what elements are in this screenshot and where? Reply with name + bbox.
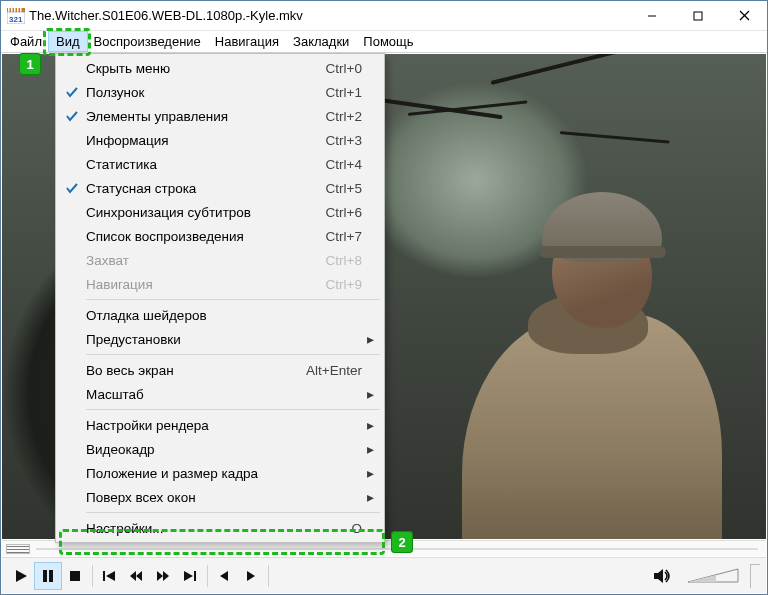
menu-separator (86, 354, 380, 355)
menu-item-shortcut: Alt+Enter (306, 363, 362, 378)
minimize-button[interactable] (629, 1, 675, 31)
menu-item-label: Положение и размер кадра (84, 466, 362, 481)
toolbar-separator (207, 565, 208, 587)
play-button[interactable] (8, 563, 34, 589)
step-back-button[interactable] (211, 563, 237, 589)
svg-marker-18 (130, 571, 136, 581)
menu-item-label: Настройки... (84, 521, 339, 536)
toolbar-separator (268, 565, 269, 587)
menu-item-label: Навигация (84, 277, 314, 292)
menu-separator (86, 299, 380, 300)
pause-button[interactable] (35, 563, 61, 589)
svg-marker-17 (106, 571, 115, 581)
menu-item-shortcut: Ctrl+4 (326, 157, 362, 172)
menu-item-shortcut: O (351, 521, 362, 536)
submenu-arrow-icon: ▸ (362, 386, 374, 402)
menu-item[interactable]: СтатистикаCtrl+4 (58, 152, 382, 176)
menu-item-shortcut: Ctrl+2 (326, 109, 362, 124)
svg-marker-26 (654, 569, 663, 583)
svg-rect-2 (11, 8, 13, 12)
view-menu-dropdown: Скрыть менюCtrl+0ПолзунокCtrl+1Элементы … (55, 53, 385, 543)
playback-controls (2, 557, 766, 593)
maximize-button[interactable] (675, 1, 721, 31)
menu-item[interactable]: Масштаб▸ (58, 382, 382, 406)
menu-item[interactable]: Предустановки▸ (58, 327, 382, 351)
svg-rect-3 (14, 8, 16, 12)
check-icon (60, 182, 84, 194)
menu-item-shortcut: Ctrl+8 (326, 253, 362, 268)
menu-item[interactable]: Настройки рендера▸ (58, 413, 382, 437)
menu-item[interactable]: Скрыть менюCtrl+0 (58, 56, 382, 80)
menu-help[interactable]: Помощь (356, 32, 420, 51)
menu-view[interactable]: Вид (49, 32, 87, 51)
menu-navigate[interactable]: Навигация (208, 32, 286, 51)
menu-item-shortcut: Ctrl+9 (326, 277, 362, 292)
menu-item-label: Настройки рендера (84, 418, 362, 433)
svg-rect-13 (43, 570, 47, 582)
svg-rect-9 (694, 12, 702, 20)
menu-item[interactable]: Статусная строкаCtrl+5 (58, 176, 382, 200)
menu-item[interactable]: ИнформацияCtrl+3 (58, 128, 382, 152)
submenu-arrow-icon: ▸ (362, 417, 374, 433)
menu-item[interactable]: Поверх всех окон▸ (58, 485, 382, 509)
svg-rect-4 (17, 8, 19, 12)
svg-marker-21 (163, 571, 169, 581)
menu-item-label: Видеокадр (84, 442, 362, 457)
window-title: The.Witcher.S01E06.WEB-DL.1080p.-Kyle.mk… (29, 8, 303, 23)
menu-item[interactable]: Во весь экранAlt+Enter (58, 358, 382, 382)
menu-item[interactable]: ПолзунокCtrl+1 (58, 80, 382, 104)
menu-item-shortcut: Ctrl+1 (326, 85, 362, 100)
menu-item-label: Информация (84, 133, 314, 148)
menu-item: ЗахватCtrl+8 (58, 248, 382, 272)
menu-item-label: Элементы управления (84, 109, 314, 124)
menu-item[interactable]: Положение и размер кадра▸ (58, 461, 382, 485)
svg-marker-22 (184, 571, 193, 581)
svg-marker-12 (16, 570, 27, 582)
submenu-arrow-icon: ▸ (362, 441, 374, 457)
svg-marker-20 (157, 571, 163, 581)
menu-item-label: Поверх всех окон (84, 490, 362, 505)
menu-bookmarks[interactable]: Закладки (286, 32, 356, 51)
volume-slider[interactable] (686, 567, 740, 585)
svg-rect-15 (70, 571, 80, 581)
menu-item: НавигацияCtrl+9 (58, 272, 382, 296)
seek-position-marker[interactable] (6, 544, 30, 554)
submenu-arrow-icon: ▸ (362, 489, 374, 505)
title-bar: 321 The.Witcher.S01E06.WEB-DL.1080p.-Kyl… (1, 1, 767, 31)
svg-rect-16 (103, 571, 105, 581)
check-icon (60, 110, 84, 122)
svg-marker-24 (220, 571, 228, 581)
menu-file[interactable]: Файл (3, 32, 49, 51)
menu-item-shortcut: Ctrl+3 (326, 133, 362, 148)
menu-item-label: Масштаб (84, 387, 362, 402)
forward-button[interactable] (150, 563, 176, 589)
menu-item-label: Список воспроизведения (84, 229, 314, 244)
menu-item[interactable]: Отладка шейдеров (58, 303, 382, 327)
menu-item[interactable]: Видеокадр▸ (58, 437, 382, 461)
menu-item[interactable]: Список воспроизведенияCtrl+7 (58, 224, 382, 248)
menu-item-label: Предустановки (84, 332, 362, 347)
menu-item-label: Статистика (84, 157, 314, 172)
annotation-badge-2: 2 (391, 531, 413, 553)
rewind-button[interactable] (123, 563, 149, 589)
menu-separator (86, 512, 380, 513)
stop-button[interactable] (62, 563, 88, 589)
next-button[interactable] (177, 563, 203, 589)
menu-item-label: Отладка шейдеров (84, 308, 362, 323)
prev-button[interactable] (96, 563, 122, 589)
svg-marker-25 (247, 571, 255, 581)
menu-playback[interactable]: Воспроизведение (87, 32, 208, 51)
menu-item[interactable]: Синхронизация субтитровCtrl+6 (58, 200, 382, 224)
step-fwd-button[interactable] (238, 563, 264, 589)
menu-item-shortcut: Ctrl+6 (326, 205, 362, 220)
svg-rect-1 (8, 8, 10, 12)
menu-item-label: Во весь экран (84, 363, 294, 378)
annotation-badge-1: 1 (19, 53, 41, 75)
svg-text:321: 321 (9, 15, 23, 24)
menu-item-shortcut: Ctrl+0 (326, 61, 362, 76)
close-button[interactable] (721, 1, 767, 31)
menu-item[interactable]: Настройки...O (58, 516, 382, 540)
resize-grip[interactable] (750, 564, 760, 588)
menu-item[interactable]: Элементы управленияCtrl+2 (58, 104, 382, 128)
mute-button[interactable] (649, 563, 675, 589)
